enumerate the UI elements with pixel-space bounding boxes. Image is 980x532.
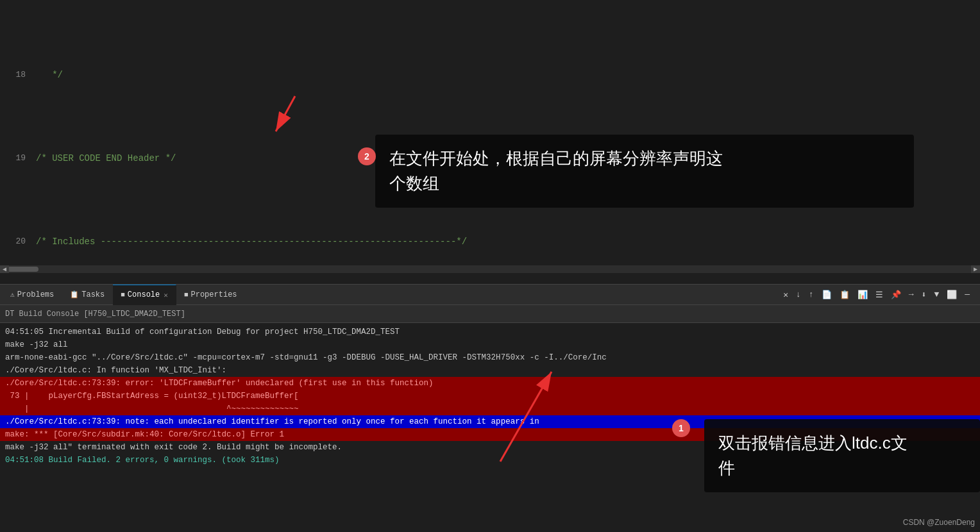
tab-console[interactable]: ■ Console ✕ xyxy=(113,285,176,305)
tab-tasks[interactable]: 📋 Tasks xyxy=(62,285,113,305)
scroll-down-btn[interactable]: ↓ xyxy=(793,288,804,301)
console-error-line-2: 73 | pLayerCfg.FBStartAdress = (uint32_t… xyxy=(0,390,980,403)
tab-problems-label: Problems xyxy=(17,290,55,299)
line-num-20: 20 xyxy=(5,233,26,250)
console-error-line-3: | ^~~~~~~~~~~~~~~ xyxy=(0,403,980,415)
console-error-line-1: ./Core/Src/ltdc.c:73:39: error: 'LTDCFra… xyxy=(0,377,980,390)
console-line-2: arm-none-eabi-gcc "../Core/Src/ltdc.c" -… xyxy=(0,351,980,364)
tasks-icon: 📋 xyxy=(70,290,79,299)
scroll-right-btn[interactable]: ▶ xyxy=(971,265,980,273)
pin-btn[interactable]: 📌 xyxy=(888,288,904,301)
dropdown-btn[interactable]: ▼ xyxy=(931,288,942,301)
line-content-18: */ xyxy=(36,67,63,83)
console-close-btn[interactable]: ✕ xyxy=(164,291,168,299)
console-title-bar: DT Build Console [H750_LTDC_DMA2D_TEST] xyxy=(0,305,980,323)
annotation-2-text: 在文件开始处，根据自己的屏幕分辨率声明这个数组 xyxy=(389,149,723,193)
scroll-up-btn[interactable]: ↑ xyxy=(806,288,816,301)
annotation-1-badge: 1 xyxy=(672,419,690,437)
code-lines: 18 */ 19 /* USER CODE END Header */ 20 /… xyxy=(0,0,980,266)
code-horizontal-scrollbar[interactable]: ◀ ▶ xyxy=(0,265,980,273)
code-line-18: 18 */ xyxy=(0,67,980,83)
console-line-1: make -j32 all xyxy=(0,338,980,351)
code-line-20: 20 /* Includes -------------------------… xyxy=(0,233,980,250)
code-editor: 18 */ 19 /* USER CODE END Header */ 20 /… xyxy=(0,0,980,266)
maximize-btn[interactable]: ⬜ xyxy=(944,288,959,301)
tab-properties-label: Properties xyxy=(191,290,237,299)
console-title: DT Build Console [H750_LTDC_DMA2D_TEST] xyxy=(5,310,185,319)
annotation-1-text: 双击报错信息进入ltdc.c文件 xyxy=(718,433,908,478)
annotation-2-bubble: 在文件开始处，根据自己的屏幕分辨率声明这个数组 xyxy=(375,135,914,208)
tab-console-label: Console xyxy=(128,290,160,299)
console-line-3: ./Core/Src/ltdc.c: In function 'MX_LTDC_… xyxy=(0,364,980,377)
bottom-panel: ⚠ Problems 📋 Tasks ■ Console ✕ ■ Propert… xyxy=(0,284,980,532)
close-panel-btn[interactable]: ✕ xyxy=(781,288,791,301)
panel-toolbar: ✕ ↓ ↑ 📄 📋 📊 ☰ 📌 → ⬇ ▼ ⬜ — xyxy=(781,288,977,301)
minimize-btn[interactable]: — xyxy=(962,288,972,301)
line-content-20: /* Includes ----------------------------… xyxy=(36,233,467,250)
console-line-0: 04:51:05 Incremental Build of configurat… xyxy=(0,326,980,338)
arrow-right-btn[interactable]: → xyxy=(906,288,917,301)
line-num-18: 18 xyxy=(5,67,26,83)
open-file-btn[interactable]: 📄 xyxy=(819,288,834,301)
tab-tasks-label: Tasks xyxy=(81,290,105,299)
tab-properties[interactable]: ■ Properties xyxy=(176,285,246,305)
list-btn[interactable]: ☰ xyxy=(873,288,886,301)
panel-tabs: ⚠ Problems 📋 Tasks ■ Console ✕ ■ Propert… xyxy=(0,285,980,305)
tab-problems[interactable]: ⚠ Problems xyxy=(3,285,62,305)
scroll-left-btn[interactable]: ◀ xyxy=(0,265,9,273)
line-num-19: 19 xyxy=(5,150,26,167)
annotation-2-badge: 2 xyxy=(358,147,376,165)
console-icon: ■ xyxy=(121,291,125,299)
copy-btn[interactable]: 📋 xyxy=(837,288,852,301)
chart-btn[interactable]: 📊 xyxy=(855,288,870,301)
annotation-1-bubble: 双击报错信息进入ltdc.c文件 xyxy=(704,419,980,492)
problems-icon: ⚠ xyxy=(10,290,15,299)
download-btn[interactable]: ⬇ xyxy=(919,288,929,301)
csdn-watermark: CSDN @ZuoenDeng xyxy=(903,518,975,527)
line-content-19: /* USER CODE END Header */ xyxy=(36,150,176,167)
properties-icon: ■ xyxy=(184,291,189,299)
